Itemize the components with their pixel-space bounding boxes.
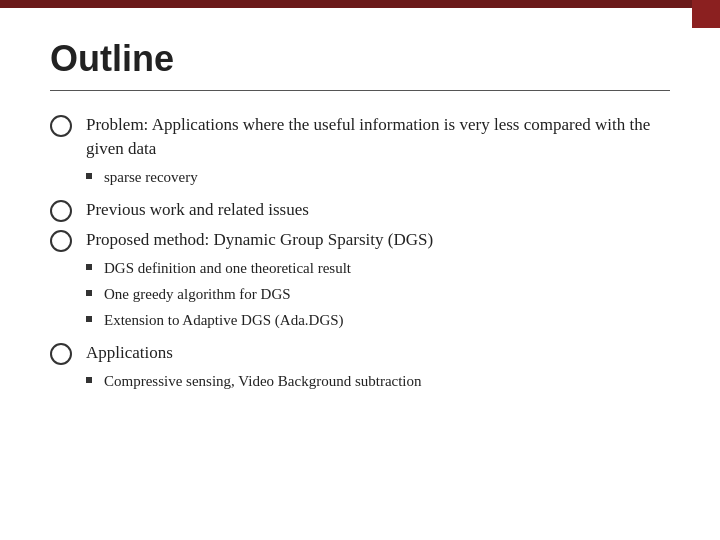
bullet-circle-2 — [50, 200, 72, 222]
bullet-item-2: Previous work and related issues — [50, 198, 670, 222]
bullet-text-2: Previous work and related issues — [86, 198, 670, 222]
sub-bullet-text-1-1: sparse recovery — [104, 167, 670, 188]
top-accent-bar — [0, 0, 720, 8]
sub-bullet-square-1-1 — [86, 173, 92, 179]
bullet-circle-3 — [50, 230, 72, 252]
sub-bullet-item-4-1: Compressive sensing, Video Background su… — [86, 371, 670, 392]
sub-bullet-square-3-2 — [86, 290, 92, 296]
bullet-circle-4 — [50, 343, 72, 365]
bullet-text-4: Applications — [86, 341, 670, 365]
bullet-text-1: Problem: Applications where the useful i… — [86, 113, 670, 161]
sub-bullets-3: DGS definition and one theoretical resul… — [86, 258, 670, 331]
slide-content: Problem: Applications where the useful i… — [50, 113, 670, 392]
bullet-item-3: Proposed method: Dynamic Group Sparsity … — [50, 228, 670, 252]
sub-bullet-text-3-3: Extension to Adaptive DGS (Ada.DGS) — [104, 310, 670, 331]
sub-bullet-text-3-2: One greedy algorithm for DGS — [104, 284, 670, 305]
sub-bullet-square-3-3 — [86, 316, 92, 322]
sub-bullet-square-3-1 — [86, 264, 92, 270]
sub-bullets-4: Compressive sensing, Video Background su… — [86, 371, 670, 392]
sub-bullet-item-3-3: Extension to Adaptive DGS (Ada.DGS) — [86, 310, 670, 331]
bullet-text-3: Proposed method: Dynamic Group Sparsity … — [86, 228, 670, 252]
sub-bullet-square-4-1 — [86, 377, 92, 383]
sub-bullet-item-1-1: sparse recovery — [86, 167, 670, 188]
bullet-item-4: Applications — [50, 341, 670, 365]
bullet-item-1: Problem: Applications where the useful i… — [50, 113, 670, 161]
bullet-circle-1 — [50, 115, 72, 137]
slide-container: Outline Problem: Applications where the … — [0, 8, 720, 540]
sub-bullet-item-3-2: One greedy algorithm for DGS — [86, 284, 670, 305]
title-divider — [50, 90, 670, 91]
sub-bullet-item-3-1: DGS definition and one theoretical resul… — [86, 258, 670, 279]
sub-bullet-text-4-1: Compressive sensing, Video Background su… — [104, 371, 670, 392]
sub-bullet-text-3-1: DGS definition and one theoretical resul… — [104, 258, 670, 279]
sub-bullets-1: sparse recovery — [86, 167, 670, 188]
slide-title: Outline — [50, 38, 670, 80]
